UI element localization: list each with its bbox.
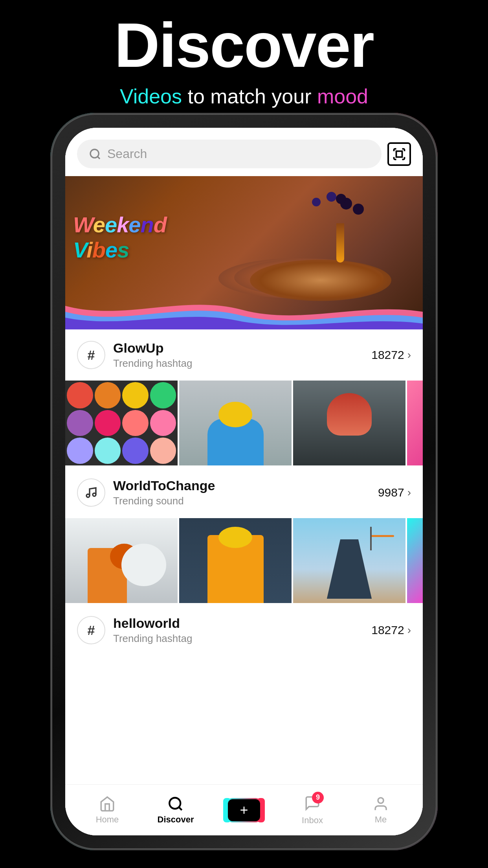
thumb-colorful-partial[interactable]	[407, 518, 423, 603]
nav-item-discover[interactable]: Discover	[150, 796, 201, 825]
trending-info-glowup: GlowUp Trending hashtag	[113, 340, 371, 370]
trending-name-helloworld: helloworld	[113, 616, 371, 631]
nav-item-me[interactable]: Me	[355, 796, 406, 825]
glowup-thumbnails	[65, 381, 423, 467]
thumb-basketball[interactable]	[293, 518, 405, 603]
hero-title-line2: Vibes	[73, 237, 167, 263]
nav-label-discover: Discover	[158, 815, 194, 825]
nav-label-home: Home	[96, 815, 119, 825]
trending-label-glowup: Trending hashtag	[113, 357, 371, 370]
search-placeholder: Search	[107, 147, 147, 161]
nav-label-inbox: Inbox	[302, 815, 323, 826]
trending-info-helloworld: helloworld Trending hashtag	[113, 616, 371, 645]
thumb-woman-redhair[interactable]	[293, 381, 405, 465]
create-button[interactable]: +	[226, 798, 262, 822]
hero-title-line1: Weekend	[73, 212, 167, 237]
hero-title: Weekend Vibes	[73, 212, 167, 263]
scroll-content[interactable]: Search	[65, 128, 423, 784]
trending-label-helloworld: Trending hashtag	[113, 633, 371, 645]
svg-point-2	[86, 494, 90, 497]
hero-banner[interactable]: Weekend Vibes	[65, 176, 423, 329]
search-bar: Search	[65, 128, 423, 176]
app-content: Search	[65, 128, 423, 835]
thumb-yellow-jacket[interactable]	[179, 518, 292, 603]
home-icon	[99, 796, 116, 812]
svg-rect-1	[396, 151, 402, 157]
inbox-badge: 9	[312, 792, 324, 804]
search-input-wrapper[interactable]: Search	[77, 140, 382, 168]
header-area: Discover Videos to match your mood	[0, 0, 488, 122]
worldtochange-thumbnails	[65, 518, 423, 605]
nav-item-inbox[interactable]: 9 Inbox	[287, 795, 338, 826]
wave-lines	[65, 298, 423, 329]
discover-icon	[167, 796, 184, 812]
nav-label-me: Me	[375, 815, 387, 825]
search-icon	[89, 148, 101, 160]
trending-label-worldtochange: Trending sound	[113, 495, 378, 507]
subtitle-text: Videos to match your mood	[120, 85, 368, 108]
scan-button[interactable]	[387, 142, 411, 166]
nav-item-create[interactable]: +	[218, 798, 270, 822]
thumb-person-recording[interactable]	[179, 381, 292, 465]
nav-item-home[interactable]: Home	[82, 796, 133, 825]
bottom-nav: Home Discover +	[65, 784, 423, 835]
trending-item-worldtochange[interactable]: WorldToChange Trending sound 9987 ›	[65, 467, 423, 518]
page-title: Discover	[114, 14, 374, 77]
trending-info-worldtochange: WorldToChange Trending sound	[113, 478, 378, 507]
hashtag-icon-helloworld: #	[77, 616, 105, 644]
thumb-palette[interactable]	[65, 381, 178, 465]
chevron-icon-helloworld: ›	[407, 624, 411, 636]
svg-point-3	[93, 493, 96, 496]
trending-name-glowup: GlowUp	[113, 340, 371, 356]
trending-count-worldtochange: 9987 ›	[378, 486, 411, 499]
trending-count-glowup: 18272 ›	[371, 348, 411, 362]
page-subtitle: Videos to match your mood	[120, 85, 368, 108]
svg-point-0	[90, 149, 99, 158]
trending-count-helloworld: 18272 ›	[371, 623, 411, 637]
music-note-icon	[85, 486, 97, 499]
phone-device: Search	[51, 114, 437, 849]
thumb-partial-1[interactable]	[407, 381, 423, 465]
trending-name-worldtochange: WorldToChange	[113, 478, 378, 493]
subtitle-mood: mood	[317, 85, 368, 108]
hashtag-icon-glowup: #	[77, 341, 105, 369]
subtitle-videos: Videos	[120, 85, 182, 108]
chevron-icon-glowup: ›	[407, 349, 411, 361]
chevron-icon-worldtochange: ›	[407, 486, 411, 499]
svg-point-6	[378, 798, 383, 803]
svg-point-4	[169, 798, 180, 809]
phone-screen: Search	[65, 128, 423, 835]
music-icon-worldtochange	[77, 478, 105, 507]
svg-line-5	[179, 807, 182, 810]
trending-item-glowup[interactable]: # GlowUp Trending hashtag 18272 ›	[65, 329, 423, 381]
trending-item-helloworld[interactable]: # helloworld Trending hashtag 18272 ›	[65, 605, 423, 656]
inbox-wrapper: 9	[304, 795, 321, 813]
thumb-orange-cat[interactable]	[65, 518, 178, 603]
plus-inner: +	[228, 799, 260, 821]
profile-icon	[372, 796, 389, 812]
